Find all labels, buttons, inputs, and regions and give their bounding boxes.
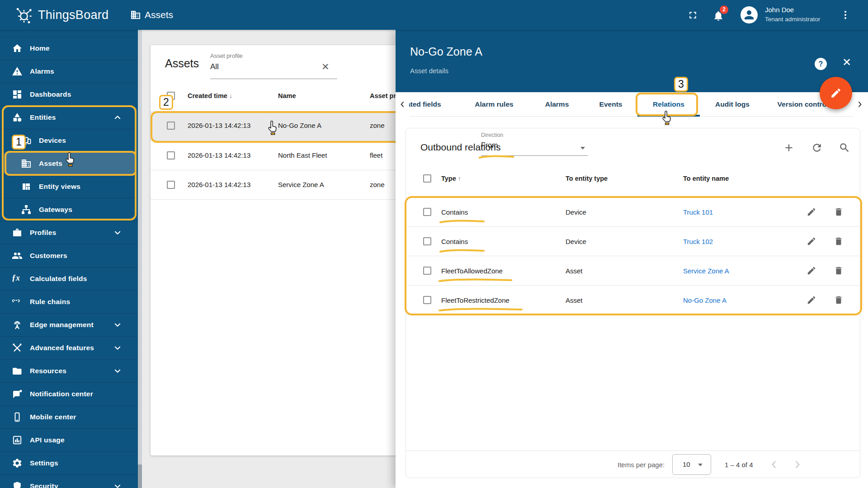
edit-fab-button[interactable] bbox=[820, 77, 852, 109]
next-page-icon[interactable] bbox=[788, 455, 807, 474]
lan-icon bbox=[21, 204, 32, 215]
select-all-checkbox[interactable] bbox=[167, 92, 175, 100]
tab-alarms[interactable]: Alarms bbox=[545, 92, 569, 117]
edit-pencil-icon[interactable] bbox=[807, 207, 816, 217]
dashboard-icon bbox=[12, 89, 23, 100]
sidebar-item-settings[interactable]: Settings bbox=[0, 451, 138, 474]
edit-pencil-icon[interactable] bbox=[807, 236, 816, 246]
sort-desc-icon: ↓ bbox=[229, 92, 232, 99]
row-checkbox[interactable] bbox=[423, 296, 431, 304]
sidebar-scrollbar[interactable] bbox=[138, 30, 142, 488]
direction-select[interactable]: From bbox=[481, 141, 498, 150]
help-icon[interactable]: ? bbox=[815, 58, 827, 70]
sidebar-item-calculated-fields[interactable]: ƒxCalculated fields bbox=[0, 267, 138, 290]
items-per-page-label: Items per page: bbox=[618, 461, 665, 469]
table-row[interactable]: FleetToRestrictedZone Asset No-Go Zone A bbox=[406, 286, 860, 315]
table-row[interactable]: FleetToAllowedZone Asset Service Zone A bbox=[406, 256, 860, 286]
edit-pencil-icon[interactable] bbox=[807, 266, 816, 276]
sidebar-item-advanced-features[interactable]: Advanced features bbox=[0, 336, 138, 359]
search-icon[interactable] bbox=[839, 142, 850, 154]
sidebar-item-notification-center[interactable]: Notification center bbox=[0, 382, 138, 405]
sidebar-item-label: Devices bbox=[39, 136, 66, 145]
sidebar-item-label: Entities bbox=[30, 113, 56, 122]
kebab-menu-icon[interactable] bbox=[840, 9, 851, 20]
table-row[interactable]: 2026-01-13 14:42:13 North East Fleet fle… bbox=[151, 141, 417, 170]
chevron-down-icon bbox=[113, 228, 123, 238]
entity-link[interactable]: Truck 102 bbox=[683, 238, 713, 245]
dropdown-caret-icon bbox=[580, 147, 585, 150]
assets-card-title: Assets bbox=[165, 57, 199, 70]
sidebar-item-resources[interactable]: Resources bbox=[0, 359, 138, 382]
fullscreen-icon[interactable] bbox=[687, 9, 698, 21]
thingsboard-logo-icon bbox=[14, 5, 33, 24]
sidebar-item-entity-views[interactable]: Entity views bbox=[0, 175, 138, 198]
sidebar-item-profiles[interactable]: Profiles bbox=[0, 221, 138, 244]
category-icon bbox=[12, 112, 23, 123]
edit-pencil-icon[interactable] bbox=[807, 295, 816, 305]
tabs-scroll-left-icon[interactable] bbox=[396, 92, 409, 117]
sidebar-item-security[interactable]: Security bbox=[0, 474, 138, 488]
sidebar-item-home[interactable]: Home bbox=[0, 37, 138, 60]
page-size-select[interactable]: 10 bbox=[672, 454, 711, 475]
tab-events[interactable]: Events bbox=[599, 92, 623, 117]
row-checkbox[interactable] bbox=[423, 267, 431, 275]
column-to-entity-type[interactable]: To entity type bbox=[566, 175, 608, 182]
sidebar-item-assets[interactable]: Assets bbox=[3, 152, 135, 175]
sidebar-item-alarms[interactable]: Alarms bbox=[0, 60, 138, 83]
add-relation-icon[interactable] bbox=[783, 142, 795, 154]
sidebar-item-label: Home bbox=[30, 44, 50, 52]
sidebar-item-gateways[interactable]: Gateways bbox=[0, 198, 138, 221]
sidebar-item-devices[interactable]: Devices bbox=[0, 129, 138, 152]
sidebar-item-rule-chains[interactable]: ‹··›Rule chains bbox=[0, 290, 138, 313]
cell-name[interactable]: North East Fleet bbox=[278, 151, 327, 159]
table-row[interactable]: 2026-01-13 14:42:13 Service Zone A zone bbox=[151, 170, 417, 200]
table-row[interactable]: Contains Device Truck 101 bbox=[406, 197, 860, 227]
sidebar-item-edge-management[interactable]: Edge management bbox=[0, 313, 138, 336]
sidebar-item-label: Customers bbox=[30, 252, 67, 260]
table-row[interactable]: Contains Device Truck 102 bbox=[406, 227, 860, 256]
asset-profile-filter-value[interactable]: All bbox=[210, 62, 219, 71]
delete-trash-icon[interactable] bbox=[834, 236, 844, 246]
tab-alarm-rules[interactable]: Alarm rules bbox=[475, 92, 513, 117]
home-icon bbox=[12, 43, 23, 54]
sidebar-item-entities[interactable]: Entities bbox=[0, 106, 138, 129]
column-name[interactable]: Name bbox=[278, 92, 296, 99]
sidebar-item-api-usage[interactable]: API usage bbox=[0, 428, 138, 451]
sidebar-item-label: Notification center bbox=[30, 390, 93, 398]
row-checkbox[interactable] bbox=[167, 151, 175, 160]
cell-name[interactable]: Service Zone A bbox=[278, 181, 324, 188]
tab-relations[interactable]: Relations bbox=[653, 92, 684, 117]
refresh-icon[interactable] bbox=[811, 142, 823, 154]
column-type[interactable]: Type ↑ bbox=[441, 175, 461, 182]
column-to-entity-name[interactable]: To entity name bbox=[683, 175, 729, 182]
user-name: John Doe bbox=[765, 6, 794, 14]
entity-link[interactable]: No-Go Zone A bbox=[683, 296, 726, 304]
avatar[interactable] bbox=[741, 6, 758, 23]
chevron-down-icon bbox=[113, 343, 123, 353]
select-all-checkbox[interactable] bbox=[423, 174, 431, 183]
delete-trash-icon[interactable] bbox=[834, 266, 844, 276]
sidebar-item-dashboards[interactable]: Dashboards bbox=[0, 83, 138, 106]
row-checkbox[interactable] bbox=[167, 181, 175, 189]
entity-link[interactable]: Service Zone A bbox=[683, 267, 729, 275]
row-checkbox[interactable] bbox=[423, 208, 431, 216]
tabs-scroll-right-icon[interactable] bbox=[853, 92, 868, 117]
previous-page-icon[interactable] bbox=[765, 455, 783, 474]
user-role: Tenant administrator bbox=[765, 16, 820, 23]
row-checkbox[interactable] bbox=[423, 237, 431, 245]
delete-trash-icon[interactable] bbox=[834, 207, 844, 217]
scrollbar-thumb[interactable] bbox=[138, 465, 142, 488]
notifications-badge: 2 bbox=[720, 5, 728, 14]
sidebar-item-customers[interactable]: Customers bbox=[0, 244, 138, 267]
sidebar-item-label: Profiles bbox=[30, 229, 56, 237]
column-created-time[interactable]: Created time ↓ bbox=[188, 92, 232, 99]
close-icon[interactable]: ✕ bbox=[842, 56, 851, 69]
entity-link[interactable]: Truck 101 bbox=[683, 208, 713, 216]
clear-filter-icon[interactable]: ✕ bbox=[321, 61, 330, 72]
sidebar-item-label: Calculated fields bbox=[30, 275, 87, 283]
antenna-icon bbox=[12, 319, 23, 330]
sidebar-item-mobile-center[interactable]: Mobile center bbox=[0, 405, 138, 428]
tab-audit-logs[interactable]: Audit logs bbox=[715, 92, 750, 117]
notification-icon bbox=[12, 389, 23, 399]
delete-trash-icon[interactable] bbox=[834, 295, 844, 305]
